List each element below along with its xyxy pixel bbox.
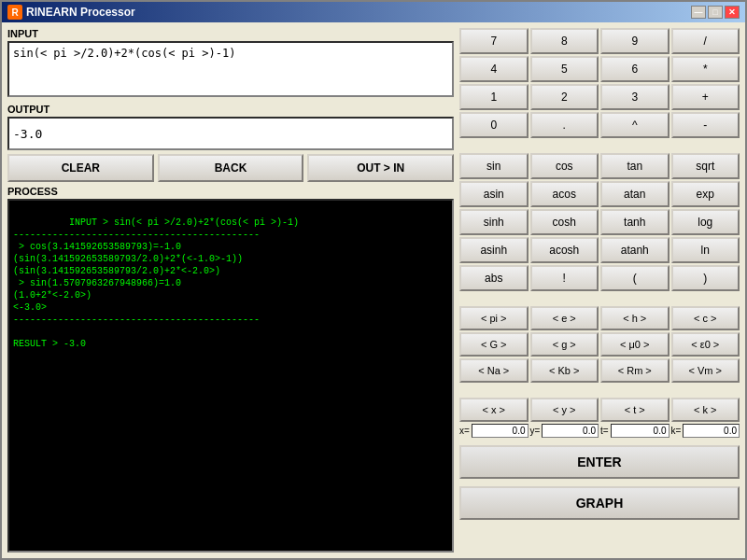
y-label: y= [530, 426, 541, 436]
btn-2[interactable]: 2 [530, 84, 599, 110]
constants-grid: < pi > < e > < h > < c > < G > < g > < μ… [459, 306, 740, 383]
btn-Rm[interactable]: < Rm > [600, 358, 669, 383]
btn-atan[interactable]: atan [600, 181, 669, 207]
btn-t[interactable]: < t > [600, 398, 669, 422]
btn-6[interactable]: 6 [600, 56, 669, 82]
btn-dot[interactable]: . [530, 112, 599, 138]
btn-sin[interactable]: sin [459, 153, 529, 179]
btn-3[interactable]: 3 [600, 84, 669, 110]
numpad: 7 8 9 / 4 5 6 * 1 2 3 + 0 . ^ - [459, 28, 740, 138]
clear-button[interactable]: CLEAR [7, 154, 154, 182]
input-label: INPUT [7, 28, 454, 39]
btn-g[interactable]: < g > [530, 332, 599, 357]
outin-button[interactable]: OUT > IN [307, 154, 454, 182]
k-label: k= [671, 426, 682, 436]
process-output: INPUT > sin(< pi >/2.0)+2*(cos(< pi >)-1… [7, 199, 454, 553]
btn-cosh[interactable]: cosh [530, 209, 599, 235]
btn-asinh[interactable]: asinh [459, 237, 529, 263]
btn-abs[interactable]: abs [459, 265, 529, 291]
btn-asin[interactable]: asin [459, 181, 529, 207]
y-input[interactable] [542, 424, 599, 438]
output-section: OUTPUT -3.0 [7, 104, 454, 150]
btn-c[interactable]: < c > [671, 306, 740, 330]
title-controls: — □ ✕ [691, 6, 740, 19]
btn-pi[interactable]: < pi > [459, 306, 529, 330]
btn-tan[interactable]: tan [600, 153, 669, 179]
left-panel: INPUT OUTPUT -3.0 CLEAR BACK OUT > IN PR… [7, 28, 454, 553]
maximize-button[interactable]: □ [708, 6, 723, 19]
btn-add[interactable]: + [671, 84, 740, 110]
btn-ln[interactable]: ln [671, 237, 740, 263]
x-label: x= [459, 426, 470, 436]
window-title: RINEARN Processor [26, 6, 135, 19]
minimize-button[interactable]: — [691, 6, 706, 19]
functions-grid: sin cos tan sqrt asin acos atan exp sinh… [459, 153, 740, 291]
btn-mu0[interactable]: < μ0 > [600, 332, 669, 357]
output-label: OUTPUT [7, 104, 454, 115]
btn-acos[interactable]: acos [530, 181, 599, 207]
action-buttons: CLEAR BACK OUT > IN [7, 154, 454, 182]
x-input[interactable] [472, 424, 529, 438]
btn-1[interactable]: 1 [459, 84, 529, 110]
k-input[interactable] [683, 424, 740, 438]
btn-rparen[interactable]: ) [671, 265, 740, 291]
back-button[interactable]: BACK [158, 154, 304, 182]
btn-sqrt[interactable]: sqrt [671, 153, 740, 179]
btn-x[interactable]: < x > [459, 398, 529, 422]
close-button[interactable]: ✕ [725, 6, 740, 19]
btn-y[interactable]: < y > [530, 398, 599, 422]
btn-Vm[interactable]: < Vm > [671, 358, 740, 383]
btn-div[interactable]: / [671, 28, 740, 54]
title-bar: R RINEARN Processor — □ ✕ [2, 2, 745, 22]
btn-Kb[interactable]: < Kb > [530, 358, 599, 383]
enter-button[interactable]: ENTER [459, 445, 740, 479]
app-icon: R [7, 5, 22, 20]
btn-eps0[interactable]: < ε0 > [671, 332, 740, 357]
t-label: t= [600, 426, 609, 436]
btn-atanh[interactable]: atanh [600, 237, 669, 263]
input-field[interactable] [7, 41, 454, 97]
btn-sub[interactable]: - [671, 112, 740, 138]
variables-section: < x > < y > < t > < k > x= y= t= [459, 398, 740, 438]
btn-7[interactable]: 7 [459, 28, 529, 54]
btn-8[interactable]: 8 [530, 28, 599, 54]
main-window: R RINEARN Processor — □ ✕ INPUT OUTPUT -… [0, 0, 747, 560]
btn-log[interactable]: log [671, 209, 740, 235]
btn-exp[interactable]: exp [671, 181, 740, 207]
right-panel: 7 8 9 / 4 5 6 * 1 2 3 + 0 . ^ - sin [459, 28, 740, 553]
btn-Na[interactable]: < Na > [459, 358, 529, 383]
x-input-group: x= [459, 424, 529, 438]
process-label: PROCESS [7, 186, 454, 197]
input-section: INPUT [7, 28, 454, 100]
btn-0[interactable]: 0 [459, 112, 529, 138]
t-input-group: t= [600, 424, 669, 438]
variable-buttons: < x > < y > < t > < k > [459, 398, 740, 422]
graph-button[interactable]: GRAPH [459, 486, 740, 520]
btn-pow[interactable]: ^ [600, 112, 669, 138]
btn-9[interactable]: 9 [600, 28, 669, 54]
btn-cos[interactable]: cos [530, 153, 599, 179]
title-bar-left: R RINEARN Processor [7, 5, 135, 20]
variable-inputs: x= y= t= k= [459, 424, 740, 438]
btn-mul[interactable]: * [671, 56, 740, 82]
btn-lparen[interactable]: ( [600, 265, 669, 291]
k-input-group: k= [671, 424, 740, 438]
btn-e[interactable]: < e > [530, 306, 599, 330]
content-area: INPUT OUTPUT -3.0 CLEAR BACK OUT > IN PR… [2, 22, 745, 558]
process-section: PROCESS INPUT > sin(< pi >/2.0)+2*(cos(<… [7, 186, 454, 553]
output-field: -3.0 [7, 117, 454, 150]
btn-factorial[interactable]: ! [530, 265, 599, 291]
btn-acosh[interactable]: acosh [530, 237, 599, 263]
btn-5[interactable]: 5 [530, 56, 599, 82]
y-input-group: y= [530, 424, 599, 438]
btn-h[interactable]: < h > [600, 306, 669, 330]
btn-G[interactable]: < G > [459, 332, 529, 357]
btn-sinh[interactable]: sinh [459, 209, 529, 235]
btn-tanh[interactable]: tanh [600, 209, 669, 235]
btn-k[interactable]: < k > [671, 398, 740, 422]
t-input[interactable] [611, 424, 669, 438]
btn-4[interactable]: 4 [459, 56, 529, 82]
